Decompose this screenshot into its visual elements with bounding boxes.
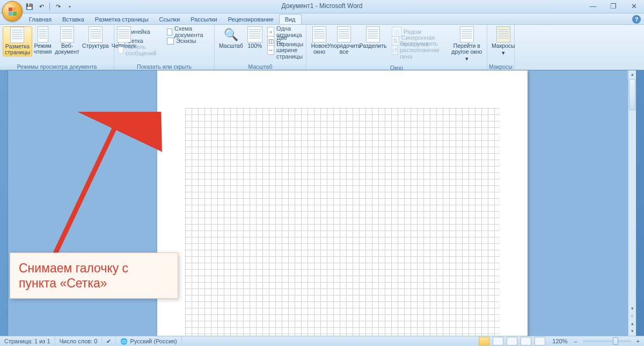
window-title: Документ1 - Microsoft Word [0, 2, 644, 10]
zoom-in-button[interactable]: + [634, 336, 644, 346]
group-macros: Макросы▾ Макросы [487, 25, 515, 71]
zoom-out-button[interactable]: – [572, 336, 579, 346]
minimize-button[interactable]: — [586, 1, 600, 11]
new-window-button[interactable]: Новое окно [309, 26, 330, 55]
tab-home[interactable]: Главная [24, 15, 57, 24]
next-page-icon[interactable]: ▾ [628, 327, 636, 335]
scroll-thumb[interactable] [629, 79, 635, 110]
switch-windows-button[interactable]: Перейти в другое окно▾ [450, 26, 484, 62]
office-button[interactable] [2, 1, 23, 21]
view-web-icon[interactable] [507, 337, 517, 345]
status-page[interactable]: Страница: 1 из 1 [0, 336, 55, 346]
group-zoom: 🔍Масштаб 100% ▫Одна страница ◫Две страни… [215, 25, 306, 71]
thumbnails-checkbox[interactable]: Эскизы [167, 37, 208, 45]
tab-references[interactable]: Ссылки [154, 15, 186, 24]
group-document-views: Разметка страницы Режим чтения Веб-докум… [0, 25, 114, 71]
page-width-button[interactable]: ↔По ширине страницы [267, 46, 305, 54]
zoom-level[interactable]: 120% [548, 336, 572, 346]
status-word-count[interactable]: Число слов: 0 [55, 336, 103, 346]
title-bar: 💾 ↶ ↷ ▾ Документ1 - Microsoft Word — ❐ ✕ [0, 0, 644, 13]
outline-button[interactable]: Структура [81, 26, 110, 49]
zoom-slider[interactable] [583, 340, 631, 342]
workspace: ▴ ▾ ○ ▴ ▾ Снимаем галочку с пункта «Сетк… [0, 70, 644, 336]
help-button[interactable]: ? [632, 15, 641, 24]
zoom-slider-knob[interactable] [613, 337, 618, 345]
redo-icon[interactable]: ↷ [53, 2, 63, 11]
tab-insert[interactable]: Вставка [57, 15, 90, 24]
qat-customize-icon[interactable]: ▾ [65, 2, 75, 11]
tab-view[interactable]: Вид [279, 14, 302, 24]
view-reading-icon[interactable] [493, 337, 503, 345]
document-map-checkbox[interactable]: Схема документа [167, 27, 208, 36]
tab-mailings[interactable]: Рассылки [185, 15, 222, 24]
close-button[interactable]: ✕ [627, 1, 641, 11]
vertical-scrollbar[interactable]: ▴ ▾ ○ ▴ ▾ [628, 70, 636, 336]
quick-access-toolbar: 💾 ↶ ↷ ▾ [25, 0, 75, 13]
print-layout-button[interactable]: Разметка страницы [3, 26, 32, 56]
annotation-callout: Снимаем галочку с пункта «Сетка» [10, 253, 178, 299]
scroll-down-icon[interactable]: ▾ [628, 305, 636, 312]
group-window: Новое окно Упорядочить все Разделить ◫Ря… [306, 25, 487, 71]
view-print-layout-icon[interactable] [479, 337, 489, 345]
scroll-up-icon[interactable]: ▴ [628, 70, 636, 78]
tab-review[interactable]: Рецензирование [223, 15, 279, 24]
reading-layout-button[interactable]: Режим чтения [32, 26, 53, 55]
maximize-button[interactable]: ❐ [606, 1, 620, 11]
ribbon: Разметка страницы Режим чтения Веб-докум… [0, 25, 644, 71]
message-bar-checkbox: Панель сообщений [118, 46, 163, 54]
split-button[interactable]: Разделить [358, 26, 387, 49]
browse-object-icon[interactable]: ○ [628, 312, 636, 320]
web-layout-button[interactable]: Веб-документ [53, 26, 80, 55]
reset-window-button: ↺Восстановить расположение окна [392, 46, 448, 54]
prev-page-icon[interactable]: ▴ [628, 320, 636, 327]
zoom-button[interactable]: 🔍Масштаб [217, 26, 245, 49]
status-language[interactable]: 🌐Русский (Россия) [116, 336, 181, 346]
gridlines [185, 108, 500, 336]
status-proofing[interactable]: ✔ [102, 336, 116, 346]
view-outline-icon[interactable] [521, 337, 531, 345]
macros-button[interactable]: Макросы▾ [490, 26, 517, 56]
view-shortcuts [474, 336, 548, 346]
zoom-100-button[interactable]: 100% [245, 26, 265, 49]
document-page[interactable] [157, 70, 528, 336]
ribbon-tabs: Главная Вставка Разметка страницы Ссылки… [0, 13, 644, 25]
globe-icon: 🌐 [120, 338, 128, 345]
save-icon[interactable]: 💾 [25, 2, 34, 11]
tab-page-layout[interactable]: Разметка страницы [90, 15, 154, 24]
status-bar: Страница: 1 из 1 Число слов: 0 ✔ 🌐Русски… [0, 336, 644, 346]
undo-icon[interactable]: ↶ [36, 2, 46, 11]
view-draft-icon[interactable] [535, 337, 545, 345]
arrange-all-button[interactable]: Упорядочить все [330, 26, 358, 55]
